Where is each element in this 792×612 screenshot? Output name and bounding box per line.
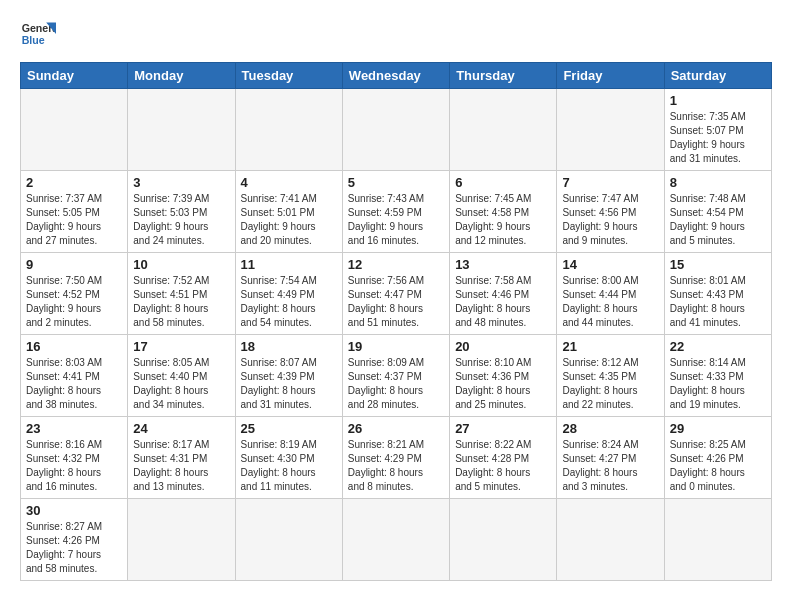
day-info: Sunrise: 7:45 AM Sunset: 4:58 PM Dayligh… [455, 192, 551, 248]
calendar-cell: 10Sunrise: 7:52 AM Sunset: 4:51 PM Dayli… [128, 253, 235, 335]
day-number: 2 [26, 175, 122, 190]
calendar-cell: 7Sunrise: 7:47 AM Sunset: 4:56 PM Daylig… [557, 171, 664, 253]
weekday-header-tuesday: Tuesday [235, 63, 342, 89]
calendar-cell [128, 499, 235, 581]
calendar-cell: 29Sunrise: 8:25 AM Sunset: 4:26 PM Dayli… [664, 417, 771, 499]
calendar-cell [450, 89, 557, 171]
day-number: 10 [133, 257, 229, 272]
day-info: Sunrise: 8:17 AM Sunset: 4:31 PM Dayligh… [133, 438, 229, 494]
calendar-cell [128, 89, 235, 171]
calendar-cell [342, 499, 449, 581]
day-info: Sunrise: 7:47 AM Sunset: 4:56 PM Dayligh… [562, 192, 658, 248]
calendar-cell: 4Sunrise: 7:41 AM Sunset: 5:01 PM Daylig… [235, 171, 342, 253]
calendar-cell: 28Sunrise: 8:24 AM Sunset: 4:27 PM Dayli… [557, 417, 664, 499]
day-info: Sunrise: 8:27 AM Sunset: 4:26 PM Dayligh… [26, 520, 122, 576]
day-number: 5 [348, 175, 444, 190]
calendar-row-5: 30Sunrise: 8:27 AM Sunset: 4:26 PM Dayli… [21, 499, 772, 581]
day-info: Sunrise: 8:16 AM Sunset: 4:32 PM Dayligh… [26, 438, 122, 494]
calendar-cell: 3Sunrise: 7:39 AM Sunset: 5:03 PM Daylig… [128, 171, 235, 253]
calendar-cell: 13Sunrise: 7:58 AM Sunset: 4:46 PM Dayli… [450, 253, 557, 335]
weekday-header-thursday: Thursday [450, 63, 557, 89]
day-info: Sunrise: 7:48 AM Sunset: 4:54 PM Dayligh… [670, 192, 766, 248]
day-number: 13 [455, 257, 551, 272]
day-info: Sunrise: 8:12 AM Sunset: 4:35 PM Dayligh… [562, 356, 658, 412]
logo: General Blue [20, 16, 56, 52]
weekday-header-wednesday: Wednesday [342, 63, 449, 89]
day-number: 23 [26, 421, 122, 436]
day-info: Sunrise: 8:24 AM Sunset: 4:27 PM Dayligh… [562, 438, 658, 494]
calendar-cell: 14Sunrise: 8:00 AM Sunset: 4:44 PM Dayli… [557, 253, 664, 335]
day-info: Sunrise: 8:00 AM Sunset: 4:44 PM Dayligh… [562, 274, 658, 330]
day-info: Sunrise: 8:05 AM Sunset: 4:40 PM Dayligh… [133, 356, 229, 412]
day-info: Sunrise: 7:39 AM Sunset: 5:03 PM Dayligh… [133, 192, 229, 248]
day-info: Sunrise: 8:19 AM Sunset: 4:30 PM Dayligh… [241, 438, 337, 494]
calendar-cell: 21Sunrise: 8:12 AM Sunset: 4:35 PM Dayli… [557, 335, 664, 417]
weekday-header-saturday: Saturday [664, 63, 771, 89]
calendar-cell: 15Sunrise: 8:01 AM Sunset: 4:43 PM Dayli… [664, 253, 771, 335]
day-number: 4 [241, 175, 337, 190]
day-info: Sunrise: 8:01 AM Sunset: 4:43 PM Dayligh… [670, 274, 766, 330]
calendar-row-1: 2Sunrise: 7:37 AM Sunset: 5:05 PM Daylig… [21, 171, 772, 253]
day-info: Sunrise: 7:50 AM Sunset: 4:52 PM Dayligh… [26, 274, 122, 330]
calendar-cell: 19Sunrise: 8:09 AM Sunset: 4:37 PM Dayli… [342, 335, 449, 417]
calendar-cell: 1Sunrise: 7:35 AM Sunset: 5:07 PM Daylig… [664, 89, 771, 171]
day-number: 12 [348, 257, 444, 272]
calendar-cell [342, 89, 449, 171]
calendar-row-2: 9Sunrise: 7:50 AM Sunset: 4:52 PM Daylig… [21, 253, 772, 335]
calendar-cell: 25Sunrise: 8:19 AM Sunset: 4:30 PM Dayli… [235, 417, 342, 499]
day-info: Sunrise: 8:07 AM Sunset: 4:39 PM Dayligh… [241, 356, 337, 412]
calendar-cell: 11Sunrise: 7:54 AM Sunset: 4:49 PM Dayli… [235, 253, 342, 335]
day-number: 30 [26, 503, 122, 518]
day-number: 29 [670, 421, 766, 436]
calendar-cell [235, 499, 342, 581]
day-info: Sunrise: 8:03 AM Sunset: 4:41 PM Dayligh… [26, 356, 122, 412]
day-number: 18 [241, 339, 337, 354]
weekday-header-row: SundayMondayTuesdayWednesdayThursdayFrid… [21, 63, 772, 89]
day-info: Sunrise: 8:21 AM Sunset: 4:29 PM Dayligh… [348, 438, 444, 494]
svg-text:Blue: Blue [22, 34, 45, 46]
day-number: 25 [241, 421, 337, 436]
calendar-table: SundayMondayTuesdayWednesdayThursdayFrid… [20, 62, 772, 581]
calendar-cell: 9Sunrise: 7:50 AM Sunset: 4:52 PM Daylig… [21, 253, 128, 335]
calendar-cell: 6Sunrise: 7:45 AM Sunset: 4:58 PM Daylig… [450, 171, 557, 253]
day-info: Sunrise: 7:52 AM Sunset: 4:51 PM Dayligh… [133, 274, 229, 330]
day-info: Sunrise: 7:58 AM Sunset: 4:46 PM Dayligh… [455, 274, 551, 330]
calendar-cell: 18Sunrise: 8:07 AM Sunset: 4:39 PM Dayli… [235, 335, 342, 417]
day-info: Sunrise: 7:35 AM Sunset: 5:07 PM Dayligh… [670, 110, 766, 166]
calendar-cell [450, 499, 557, 581]
day-number: 3 [133, 175, 229, 190]
day-number: 6 [455, 175, 551, 190]
calendar-cell: 22Sunrise: 8:14 AM Sunset: 4:33 PM Dayli… [664, 335, 771, 417]
day-number: 14 [562, 257, 658, 272]
day-number: 19 [348, 339, 444, 354]
day-info: Sunrise: 7:56 AM Sunset: 4:47 PM Dayligh… [348, 274, 444, 330]
calendar-row-0: 1Sunrise: 7:35 AM Sunset: 5:07 PM Daylig… [21, 89, 772, 171]
day-info: Sunrise: 7:54 AM Sunset: 4:49 PM Dayligh… [241, 274, 337, 330]
day-info: Sunrise: 7:37 AM Sunset: 5:05 PM Dayligh… [26, 192, 122, 248]
day-number: 21 [562, 339, 658, 354]
generalblue-logo-icon: General Blue [20, 16, 56, 52]
page: General Blue SundayMondayTuesdayWednesda… [0, 0, 792, 597]
day-info: Sunrise: 7:41 AM Sunset: 5:01 PM Dayligh… [241, 192, 337, 248]
day-number: 17 [133, 339, 229, 354]
calendar-cell [557, 499, 664, 581]
weekday-header-monday: Monday [128, 63, 235, 89]
day-number: 9 [26, 257, 122, 272]
day-info: Sunrise: 8:10 AM Sunset: 4:36 PM Dayligh… [455, 356, 551, 412]
day-info: Sunrise: 8:14 AM Sunset: 4:33 PM Dayligh… [670, 356, 766, 412]
calendar-cell: 24Sunrise: 8:17 AM Sunset: 4:31 PM Dayli… [128, 417, 235, 499]
day-number: 27 [455, 421, 551, 436]
calendar-cell: 8Sunrise: 7:48 AM Sunset: 4:54 PM Daylig… [664, 171, 771, 253]
day-number: 15 [670, 257, 766, 272]
day-info: Sunrise: 8:25 AM Sunset: 4:26 PM Dayligh… [670, 438, 766, 494]
day-number: 20 [455, 339, 551, 354]
day-number: 22 [670, 339, 766, 354]
day-number: 26 [348, 421, 444, 436]
day-number: 11 [241, 257, 337, 272]
header: General Blue [20, 16, 772, 52]
day-info: Sunrise: 8:22 AM Sunset: 4:28 PM Dayligh… [455, 438, 551, 494]
day-number: 8 [670, 175, 766, 190]
day-info: Sunrise: 7:43 AM Sunset: 4:59 PM Dayligh… [348, 192, 444, 248]
weekday-header-sunday: Sunday [21, 63, 128, 89]
calendar-cell: 16Sunrise: 8:03 AM Sunset: 4:41 PM Dayli… [21, 335, 128, 417]
